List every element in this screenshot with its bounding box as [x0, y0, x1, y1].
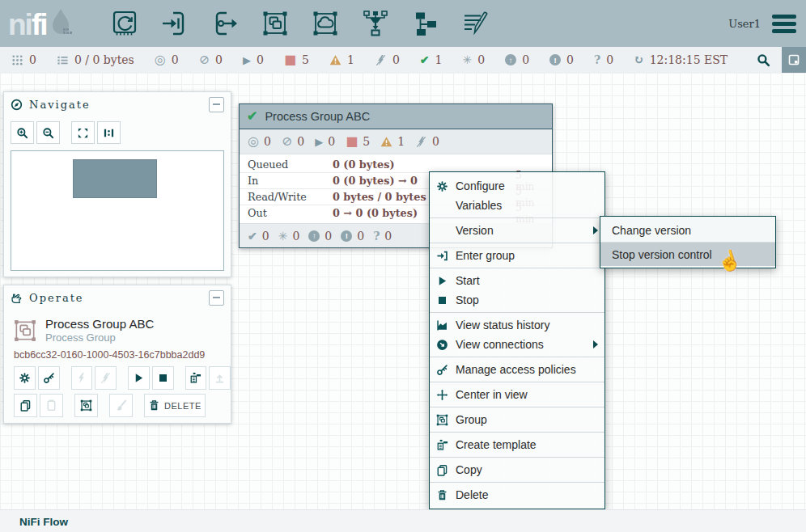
birdseye-minimap[interactable] — [11, 150, 224, 271]
menu-item-start[interactable]: Start — [430, 271, 604, 290]
running-count: ▶ 0 — [243, 53, 264, 66]
key-icon — [436, 364, 456, 376]
stale-icon: ↑ — [308, 230, 320, 242]
processor-icon[interactable] — [110, 9, 139, 38]
delete-button-label: DELETE — [164, 401, 202, 411]
fill-color-button[interactable] — [109, 394, 133, 417]
remote-process-group-icon[interactable] — [311, 9, 340, 38]
locally-modified-icon: ✳ — [278, 230, 288, 242]
locally-modified-count: ✳ 0 — [462, 53, 485, 66]
active-threads-count: 0 — [11, 53, 36, 66]
count-value: 5 — [302, 53, 309, 66]
last-refresh[interactable]: ↻ 12:18:15 EST — [634, 53, 728, 66]
compass-icon — [11, 99, 23, 111]
flow-canvas[interactable]: ✔ Process Group ABC ◎0 ⊘0 ▶0 ■5 1 0 Queu… — [0, 73, 806, 509]
configuration-button[interactable] — [14, 366, 36, 390]
collapse-navigate-button[interactable] — [209, 97, 224, 112]
selected-component-type: Process Group — [45, 331, 154, 344]
up-to-date-icon: ✔ — [247, 110, 257, 123]
locally-modified-icon: ✳ — [462, 54, 472, 65]
upload-template-button[interactable] — [209, 366, 231, 390]
process-group-icon[interactable] — [261, 9, 290, 38]
global-menu-button[interactable] — [772, 15, 796, 33]
submenu-arrow-icon — [593, 340, 598, 348]
zoom-out-button[interactable] — [36, 121, 60, 144]
process-group-name: Process Group ABC — [265, 110, 370, 123]
copy-icon — [436, 464, 456, 476]
count-value: 0 — [392, 53, 400, 66]
submenu-item-stop-version-control[interactable]: Stop version control — [600, 242, 775, 266]
copy-button[interactable] — [14, 394, 37, 417]
navigate-title: Navigate — [29, 99, 91, 111]
input-port-icon[interactable] — [160, 9, 189, 38]
refresh-icon[interactable]: ↻ — [634, 54, 644, 66]
operate-title: Operate — [29, 292, 84, 304]
count-value: 0 — [29, 53, 36, 66]
menu-item-view-status-history[interactable]: View status history — [430, 315, 604, 335]
menu-item-delete[interactable]: Delete — [430, 485, 604, 505]
count-value: 0 — [172, 53, 179, 66]
menu-item-create-template[interactable]: Create template — [430, 435, 604, 454]
menu-item-version[interactable]: Version — [430, 221, 604, 240]
start-button[interactable] — [128, 366, 150, 390]
output-port-icon[interactable] — [210, 9, 240, 38]
zoom-in-button[interactable] — [11, 121, 34, 144]
queued-count: 0 / 0 bytes — [57, 53, 134, 66]
nifi-drop-icon — [47, 7, 74, 40]
count-value: 1 — [347, 53, 354, 66]
active-threads-icon — [11, 54, 23, 66]
play-icon — [436, 275, 456, 287]
menu-item-enter-group[interactable]: Enter group — [430, 246, 604, 265]
zoom-actual-size-button[interactable] — [97, 121, 121, 144]
menu-item-configure[interactable]: Configure — [430, 176, 604, 196]
paste-button[interactable] — [40, 394, 63, 417]
delete-button[interactable]: DELETE — [144, 394, 206, 417]
process-group-header[interactable]: ✔ Process Group ABC — [240, 104, 552, 129]
submenu-arrow-icon — [593, 226, 598, 234]
transmitting-icon: ◎ — [155, 53, 166, 66]
breadcrumb-bar: NiFi Flow — [0, 509, 806, 532]
up-to-date-count: ✔ 1 — [420, 53, 443, 66]
breadcrumb[interactable]: NiFi Flow — [19, 516, 68, 528]
access-policies-button[interactable] — [38, 366, 60, 390]
submenu-item-change-version[interactable]: Change version — [600, 218, 775, 242]
collapse-operate-button[interactable] — [209, 290, 224, 306]
refresh-time: 12:18:15 EST — [650, 53, 728, 66]
minimap-viewport-rect[interactable] — [73, 159, 157, 198]
count-value: 0 — [257, 53, 264, 66]
up-to-date-icon: ✔ — [420, 54, 430, 65]
gear-icon — [436, 180, 456, 192]
menu-item-variables[interactable]: Variables — [430, 196, 604, 215]
stop-icon — [436, 294, 456, 306]
template-icon[interactable] — [411, 9, 440, 38]
count-value: 0 — [566, 53, 574, 66]
menu-item-group[interactable]: Group — [430, 410, 604, 429]
group-button[interactable] — [74, 394, 98, 417]
selected-component-name: Process Group ABC — [45, 317, 154, 331]
hand-icon — [11, 292, 23, 304]
count-value: 0 / 0 bytes — [74, 53, 134, 66]
menu-item-center-in-view[interactable]: Center in view — [430, 385, 604, 404]
bulletin-board-icon[interactable] — [782, 47, 806, 73]
center-view-icon — [436, 389, 456, 401]
search-icon[interactable] — [757, 53, 770, 67]
stop-button[interactable] — [152, 366, 174, 390]
zoom-fit-button[interactable] — [71, 121, 95, 144]
disable-button[interactable] — [95, 366, 117, 390]
count-value: 0 — [606, 53, 613, 66]
funnel-icon[interactable] — [361, 9, 390, 38]
menu-item-copy[interactable]: Copy — [430, 460, 604, 479]
label-icon[interactable] — [461, 9, 490, 38]
transmitting-icon: ◎ — [248, 135, 259, 148]
create-template-button[interactable] — [185, 366, 207, 390]
navigate-panel: Navigate — [3, 91, 231, 277]
menu-item-manage-access-policies[interactable]: Manage access policies — [430, 360, 604, 379]
menu-item-view-connections[interactable]: View connections — [430, 335, 604, 354]
selected-component-summary: Process Group ABC Process Group — [12, 317, 224, 344]
unversioned-count: ? 0 — [594, 53, 613, 66]
stopped-count: ■ 5 — [284, 53, 309, 66]
enable-button[interactable] — [71, 366, 93, 390]
not-transmitting-count: ⊘ 0 — [199, 53, 223, 66]
menu-item-stop[interactable]: Stop — [430, 290, 604, 310]
metric-row-queued: Queued 0 (0 bytes) — [240, 157, 552, 172]
